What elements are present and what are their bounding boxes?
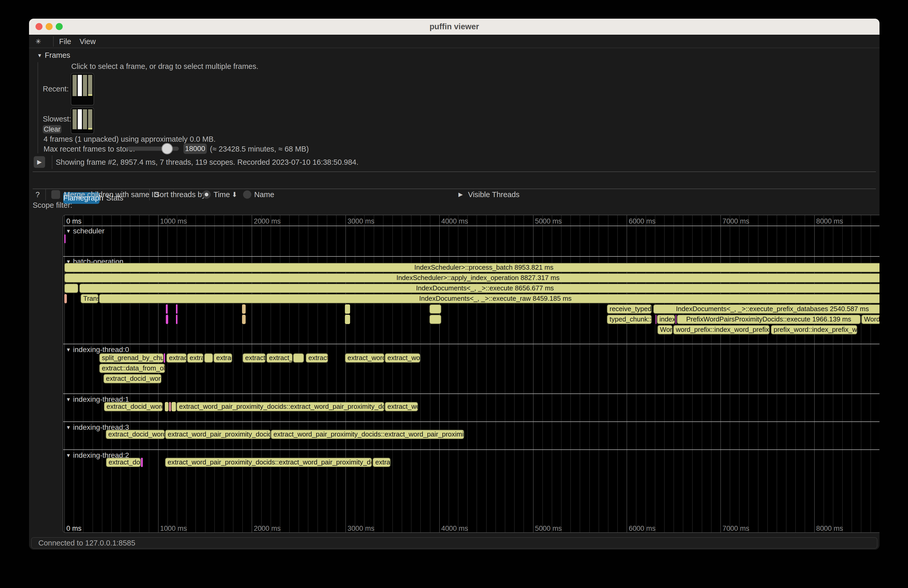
flamegraph-bar[interactable] <box>176 304 177 314</box>
flamegraph-bar[interactable] <box>429 315 441 324</box>
flamegraph-bar[interactable] <box>172 402 176 411</box>
flamegraph-bar[interactable]: extra <box>187 353 204 363</box>
flamegraph-bar[interactable]: IndexDocuments<_, _>::execute 8656.677 m… <box>79 284 879 293</box>
frames-indent-line <box>37 62 38 153</box>
flamegraph-bar[interactable] <box>204 353 213 363</box>
frame-bar[interactable] <box>88 75 92 104</box>
sort-time-radio[interactable] <box>202 190 211 199</box>
flamegraph-bar[interactable] <box>164 353 165 363</box>
help-button[interactable]: ? <box>35 189 40 201</box>
flamegraph-canvas[interactable]: 0 ms1000 ms2000 ms3000 ms4000 ms5000 ms6… <box>63 215 879 533</box>
section-separator <box>63 421 879 422</box>
flamegraph-bar[interactable] <box>676 315 676 324</box>
frame-bar[interactable] <box>72 75 77 104</box>
flamegraph-bar[interactable]: prefix_word::index_prefix_wo <box>771 325 857 334</box>
sort-time-label: Time <box>214 189 230 201</box>
flamegraph-bar[interactable]: IndexScheduler>::apply_index_operation 8… <box>64 273 879 283</box>
flamegraph-bar[interactable]: extract_docid_word <box>103 374 161 383</box>
frames-hint: Click to select a frame, or drag to sele… <box>71 62 258 71</box>
flamegraph-bar[interactable]: extract <box>166 353 187 363</box>
max-frames-value[interactable]: 18000 <box>184 143 207 154</box>
sort-name-label: Name <box>254 189 274 201</box>
recent-frames-thumbnail[interactable] <box>71 73 94 105</box>
flamegraph-bar[interactable] <box>165 402 168 411</box>
flamegraph-bar[interactable]: IndexDocuments<_, _>::execute_raw 8459.1… <box>99 294 879 303</box>
flamegraph-bar[interactable]: word_prefix::index_word_prefix_ <box>673 325 770 334</box>
axis-tick-label: 1000 ms <box>160 525 187 533</box>
flamegraph-bar[interactable] <box>429 304 441 314</box>
flamegraph-bar[interactable]: IndexDocuments<_, _>::execute_prefix_dat… <box>653 304 879 314</box>
flamegraph-bar[interactable] <box>242 315 246 324</box>
thread-header-scheduler[interactable]: ▼scheduler <box>66 227 105 235</box>
merge-children-checkbox[interactable] <box>51 190 60 199</box>
visible-threads-header[interactable]: Visible Threads <box>468 189 520 201</box>
flamegraph-bar[interactable]: extract <box>306 353 328 363</box>
flamegraph-bar[interactable] <box>176 315 177 324</box>
flamegraph-bar[interactable] <box>242 304 246 314</box>
flamegraph-bar[interactable]: extract::data_from_ob <box>99 364 165 373</box>
flamegraph-bar[interactable]: extract_word <box>345 353 384 363</box>
flamegraph-bar[interactable] <box>141 458 143 467</box>
max-frames-label: Max recent frames to store: <box>43 145 135 153</box>
gridline-major <box>64 215 65 532</box>
slider-knob[interactable] <box>161 143 173 154</box>
flamegraph-bar[interactable] <box>64 235 66 243</box>
flamegraph-bar[interactable]: IndexScheduler>::process_batch 8953.821 … <box>64 263 879 272</box>
sort-direction-icon[interactable]: ⬇ <box>232 189 237 201</box>
collapse-triangle-icon: ▼ <box>66 228 71 234</box>
flamegraph-bar[interactable]: Trans <box>80 294 98 303</box>
flamegraph-bar[interactable]: extract_docid_word <box>104 402 163 411</box>
visible-threads-triangle-icon[interactable]: ▶ <box>459 189 463 201</box>
section-separator <box>63 394 879 394</box>
theme-toggle-icon[interactable]: ✳ <box>35 35 41 48</box>
flamegraph-bar[interactable]: extract_word_pair_proximity_docids::extr… <box>177 402 384 411</box>
flamegraph-bar[interactable]: index <box>657 315 675 324</box>
flamegraph-bar[interactable] <box>64 294 67 303</box>
flamegraph-bar[interactable]: extract_docid_word <box>106 430 165 439</box>
frame-bar[interactable] <box>72 109 77 132</box>
frame-bar[interactable] <box>78 109 82 132</box>
menu-divider <box>53 36 54 47</box>
flamegraph-bar[interactable]: receive_typed_ <box>607 304 652 314</box>
flamegraph-bar[interactable]: PrefixWordPairsProximityDocids::execute … <box>677 315 861 324</box>
slowest-frames-thumbnail[interactable] <box>71 108 94 134</box>
frame-bar[interactable] <box>78 75 82 104</box>
flamegraph-bar[interactable] <box>345 315 350 324</box>
flamegraph-bar[interactable] <box>169 402 171 411</box>
flamegraph-bar[interactable] <box>345 304 350 314</box>
flamegraph-bar[interactable] <box>655 315 657 324</box>
flamegraph-bar[interactable]: typed_chunk::w <box>607 315 652 324</box>
flamegraph-bar[interactable] <box>64 284 78 293</box>
flamegraph-bar[interactable] <box>293 353 304 363</box>
flamegraph-bar[interactable]: extract_word_pair_proximity_docids::extr… <box>165 458 372 467</box>
flamegraph-bar[interactable]: extrac <box>373 458 391 467</box>
flamegraph-bar[interactable]: Word <box>657 325 673 334</box>
scope-filter-label: Scope filter: <box>33 199 72 211</box>
flamegraph-bar[interactable] <box>166 304 167 314</box>
flamegraph-bar[interactable] <box>166 315 168 324</box>
flamegraph-bar[interactable]: extract_word_pair_proximity_docids <box>165 430 270 439</box>
flamegraph-bar[interactable]: split_grenad_by_chun <box>99 353 164 363</box>
flamegraph-bar[interactable]: WordPr <box>861 315 879 324</box>
flamegraph-bar[interactable]: extract_ <box>266 353 293 363</box>
clear-button[interactable]: Clear <box>43 125 61 133</box>
section-separator <box>63 256 879 257</box>
flamegraph-bar[interactable]: extract_wo <box>385 353 420 363</box>
menu-file[interactable]: File <box>59 35 71 48</box>
flamegraph-bar[interactable]: extract_doc <box>106 458 141 467</box>
frame-bar[interactable] <box>83 109 87 132</box>
flamegraph-bar[interactable]: extrac <box>214 353 232 363</box>
flamegraph-bar[interactable]: extract_ <box>243 353 266 363</box>
axis-tick-label: 8000 ms <box>816 217 843 225</box>
axis-tick-label: 6000 ms <box>629 217 655 225</box>
collapse-triangle-icon: ▼ <box>37 53 42 58</box>
menu-view[interactable]: View <box>80 35 96 48</box>
frame-bar[interactable] <box>83 75 87 104</box>
flamegraph-bar[interactable]: extract_wo <box>385 402 418 411</box>
flamegraph-bar[interactable]: extract_word_pair_proximity_docids::extr… <box>271 430 464 439</box>
thread-header-indexing-thread:0[interactable]: ▼indexing-thread:0 <box>66 345 129 354</box>
play-button[interactable]: ▶ <box>34 156 45 168</box>
frame-bar[interactable] <box>88 109 92 132</box>
sort-name-radio[interactable] <box>243 190 251 199</box>
frames-collapse-header[interactable]: ▼Frames <box>37 51 70 59</box>
